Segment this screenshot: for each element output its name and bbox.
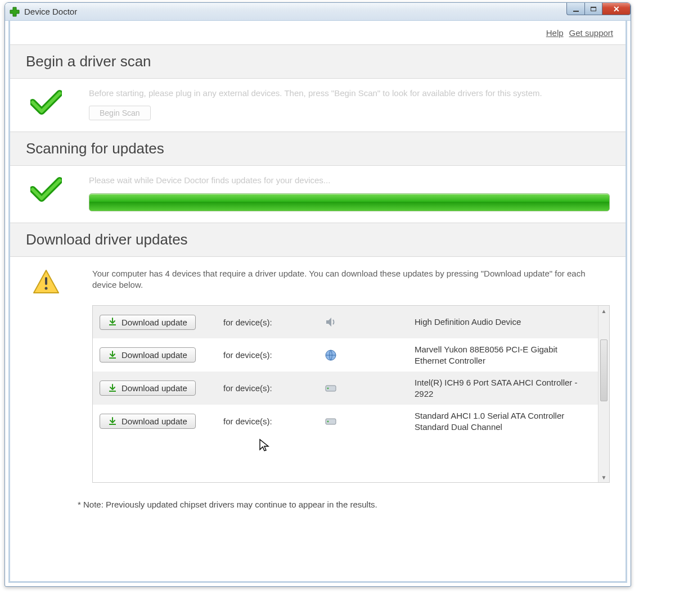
download-heading: Download driver updates [10,223,626,257]
scroll-up-icon[interactable]: ▲ [598,306,609,316]
device-name: Marvell Yukon 88E8056 PCI-E Gigabit Ethe… [415,344,591,366]
warning-icon [26,268,66,294]
download-note: * Note: Previously updated chipset drive… [10,500,626,509]
client-area: Help Get support Begin a driver scan Bef… [8,21,627,583]
download-update-button[interactable]: Download update [100,347,196,363]
download-update-button[interactable]: Download update [100,381,196,396]
svg-point-10 [327,420,329,422]
download-text: Your computer has 4 devices that require… [92,268,610,291]
device-name: Standard AHCI 1.0 Serial ATA ControllerS… [415,410,591,432]
for-device-label: for device(s): [223,350,325,360]
device-type-icon [325,415,415,428]
app-plus-icon [10,7,20,17]
begin-scan-body: Before starting, please plug in any exte… [10,79,626,132]
device-type-icon [325,316,415,328]
download-update-button[interactable]: Download update [100,414,196,429]
update-list: Download updatefor device(s):High Defini… [92,305,610,483]
help-bar: Help Get support [10,21,626,44]
svg-point-7 [327,387,329,389]
for-device-label: for device(s): [223,383,325,393]
device-type-icon [325,382,415,395]
window-buttons: ✕ [566,3,631,15]
device-type-icon [325,349,415,361]
app-window: Device Doctor ✕ Help Get support Begin a… [4,2,631,587]
window-title: Device Doctor [24,7,77,16]
update-row: Download updatefor device(s):Intel(R) IC… [93,372,598,405]
download-update-button[interactable]: Download update [100,315,196,330]
svg-rect-2 [109,324,116,325]
for-device-label: for device(s): [223,416,325,426]
support-link[interactable]: Get support [569,28,613,38]
scanning-body: Please wait while Device Doctor finds up… [10,166,626,222]
svg-rect-0 [45,277,47,285]
check-icon [26,88,66,115]
begin-scan-button[interactable]: Begin Scan [89,106,151,120]
scrollbar[interactable]: ▲ ▼ [598,306,609,482]
begin-scan-text: Before starting, please plug in any exte… [89,88,610,99]
svg-rect-8 [109,424,116,425]
scan-progress-bar [89,193,610,211]
titlebar[interactable]: Device Doctor ✕ [5,3,631,21]
update-row: Download updatefor device(s):Standard AH… [93,405,598,438]
minimize-button[interactable] [566,3,584,15]
close-button[interactable]: ✕ [602,3,631,15]
scanning-heading: Scanning for updates [10,132,626,166]
svg-point-1 [45,287,48,289]
scroll-thumb[interactable] [600,339,608,401]
update-row: Download updatefor device(s):High Defini… [93,306,598,338]
help-link[interactable]: Help [546,28,564,38]
device-name: High Definition Audio Device [415,316,591,328]
svg-rect-3 [109,357,116,359]
scroll-down-icon[interactable]: ▼ [598,472,609,482]
device-name: Intel(R) ICH9 6 Port SATA AHCI Controlle… [415,377,591,399]
begin-scan-heading: Begin a driver scan [10,44,626,79]
check-icon [26,175,66,202]
svg-rect-5 [109,391,116,392]
update-row: Download updatefor device(s):Marvell Yuk… [93,338,598,372]
for-device-label: for device(s): [223,318,325,327]
download-body: Your computer has 4 devices that require… [10,257,626,488]
scanning-text: Please wait while Device Doctor finds up… [89,175,610,186]
maximize-button[interactable] [584,3,602,15]
